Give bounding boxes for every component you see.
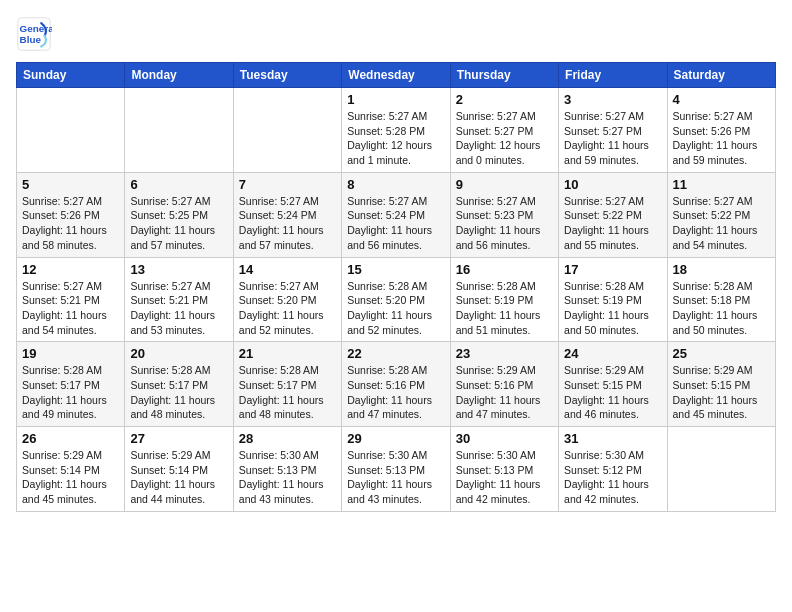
calendar-cell: 8Sunrise: 5:27 AMSunset: 5:24 PMDaylight… xyxy=(342,172,450,257)
day-info: Sunrise: 5:28 AMSunset: 5:17 PMDaylight:… xyxy=(239,363,336,422)
weekday-header-tuesday: Tuesday xyxy=(233,63,341,88)
calendar-cell: 10Sunrise: 5:27 AMSunset: 5:22 PMDayligh… xyxy=(559,172,667,257)
day-number: 27 xyxy=(130,431,227,446)
calendar-cell: 17Sunrise: 5:28 AMSunset: 5:19 PMDayligh… xyxy=(559,257,667,342)
day-info: Sunrise: 5:27 AMSunset: 5:21 PMDaylight:… xyxy=(130,279,227,338)
week-row-1: 1Sunrise: 5:27 AMSunset: 5:28 PMDaylight… xyxy=(17,88,776,173)
day-info: Sunrise: 5:27 AMSunset: 5:27 PMDaylight:… xyxy=(456,109,553,168)
logo-icon: General Blue xyxy=(16,16,52,52)
day-number: 30 xyxy=(456,431,553,446)
weekday-header-row: SundayMondayTuesdayWednesdayThursdayFrid… xyxy=(17,63,776,88)
day-info: Sunrise: 5:30 AMSunset: 5:13 PMDaylight:… xyxy=(239,448,336,507)
calendar-cell: 29Sunrise: 5:30 AMSunset: 5:13 PMDayligh… xyxy=(342,427,450,512)
calendar-cell: 30Sunrise: 5:30 AMSunset: 5:13 PMDayligh… xyxy=(450,427,558,512)
day-info: Sunrise: 5:29 AMSunset: 5:14 PMDaylight:… xyxy=(130,448,227,507)
calendar-cell: 16Sunrise: 5:28 AMSunset: 5:19 PMDayligh… xyxy=(450,257,558,342)
day-info: Sunrise: 5:27 AMSunset: 5:24 PMDaylight:… xyxy=(347,194,444,253)
calendar-cell: 28Sunrise: 5:30 AMSunset: 5:13 PMDayligh… xyxy=(233,427,341,512)
day-info: Sunrise: 5:27 AMSunset: 5:25 PMDaylight:… xyxy=(130,194,227,253)
day-info: Sunrise: 5:27 AMSunset: 5:24 PMDaylight:… xyxy=(239,194,336,253)
day-number: 14 xyxy=(239,262,336,277)
day-number: 3 xyxy=(564,92,661,107)
calendar-cell: 20Sunrise: 5:28 AMSunset: 5:17 PMDayligh… xyxy=(125,342,233,427)
day-info: Sunrise: 5:29 AMSunset: 5:15 PMDaylight:… xyxy=(673,363,770,422)
day-info: Sunrise: 5:27 AMSunset: 5:22 PMDaylight:… xyxy=(564,194,661,253)
weekday-header-friday: Friday xyxy=(559,63,667,88)
week-row-4: 19Sunrise: 5:28 AMSunset: 5:17 PMDayligh… xyxy=(17,342,776,427)
day-info: Sunrise: 5:27 AMSunset: 5:26 PMDaylight:… xyxy=(22,194,119,253)
day-info: Sunrise: 5:27 AMSunset: 5:23 PMDaylight:… xyxy=(456,194,553,253)
calendar-cell: 3Sunrise: 5:27 AMSunset: 5:27 PMDaylight… xyxy=(559,88,667,173)
page-header: General Blue xyxy=(16,16,776,52)
weekday-header-saturday: Saturday xyxy=(667,63,775,88)
day-info: Sunrise: 5:29 AMSunset: 5:15 PMDaylight:… xyxy=(564,363,661,422)
calendar-cell: 26Sunrise: 5:29 AMSunset: 5:14 PMDayligh… xyxy=(17,427,125,512)
calendar-cell: 25Sunrise: 5:29 AMSunset: 5:15 PMDayligh… xyxy=(667,342,775,427)
day-number: 23 xyxy=(456,346,553,361)
day-info: Sunrise: 5:29 AMSunset: 5:16 PMDaylight:… xyxy=(456,363,553,422)
day-number: 20 xyxy=(130,346,227,361)
day-info: Sunrise: 5:28 AMSunset: 5:17 PMDaylight:… xyxy=(22,363,119,422)
day-info: Sunrise: 5:28 AMSunset: 5:18 PMDaylight:… xyxy=(673,279,770,338)
calendar-cell: 19Sunrise: 5:28 AMSunset: 5:17 PMDayligh… xyxy=(17,342,125,427)
day-info: Sunrise: 5:30 AMSunset: 5:13 PMDaylight:… xyxy=(456,448,553,507)
calendar-cell: 18Sunrise: 5:28 AMSunset: 5:18 PMDayligh… xyxy=(667,257,775,342)
calendar-cell: 23Sunrise: 5:29 AMSunset: 5:16 PMDayligh… xyxy=(450,342,558,427)
weekday-header-monday: Monday xyxy=(125,63,233,88)
calendar-cell: 14Sunrise: 5:27 AMSunset: 5:20 PMDayligh… xyxy=(233,257,341,342)
day-info: Sunrise: 5:27 AMSunset: 5:27 PMDaylight:… xyxy=(564,109,661,168)
day-info: Sunrise: 5:28 AMSunset: 5:16 PMDaylight:… xyxy=(347,363,444,422)
calendar-cell: 22Sunrise: 5:28 AMSunset: 5:16 PMDayligh… xyxy=(342,342,450,427)
week-row-3: 12Sunrise: 5:27 AMSunset: 5:21 PMDayligh… xyxy=(17,257,776,342)
weekday-header-sunday: Sunday xyxy=(17,63,125,88)
day-number: 2 xyxy=(456,92,553,107)
calendar-table: SundayMondayTuesdayWednesdayThursdayFrid… xyxy=(16,62,776,512)
day-number: 9 xyxy=(456,177,553,192)
day-info: Sunrise: 5:27 AMSunset: 5:28 PMDaylight:… xyxy=(347,109,444,168)
day-number: 28 xyxy=(239,431,336,446)
day-number: 7 xyxy=(239,177,336,192)
weekday-header-thursday: Thursday xyxy=(450,63,558,88)
calendar-cell: 21Sunrise: 5:28 AMSunset: 5:17 PMDayligh… xyxy=(233,342,341,427)
weekday-header-wednesday: Wednesday xyxy=(342,63,450,88)
day-number: 13 xyxy=(130,262,227,277)
day-number: 31 xyxy=(564,431,661,446)
calendar-cell: 6Sunrise: 5:27 AMSunset: 5:25 PMDaylight… xyxy=(125,172,233,257)
week-row-2: 5Sunrise: 5:27 AMSunset: 5:26 PMDaylight… xyxy=(17,172,776,257)
day-info: Sunrise: 5:27 AMSunset: 5:26 PMDaylight:… xyxy=(673,109,770,168)
day-number: 11 xyxy=(673,177,770,192)
calendar-cell: 5Sunrise: 5:27 AMSunset: 5:26 PMDaylight… xyxy=(17,172,125,257)
day-number: 5 xyxy=(22,177,119,192)
day-number: 15 xyxy=(347,262,444,277)
calendar-cell: 15Sunrise: 5:28 AMSunset: 5:20 PMDayligh… xyxy=(342,257,450,342)
logo: General Blue xyxy=(16,16,56,52)
calendar-cell: 13Sunrise: 5:27 AMSunset: 5:21 PMDayligh… xyxy=(125,257,233,342)
calendar-cell: 11Sunrise: 5:27 AMSunset: 5:22 PMDayligh… xyxy=(667,172,775,257)
day-number: 1 xyxy=(347,92,444,107)
calendar-cell: 1Sunrise: 5:27 AMSunset: 5:28 PMDaylight… xyxy=(342,88,450,173)
day-number: 25 xyxy=(673,346,770,361)
day-info: Sunrise: 5:27 AMSunset: 5:20 PMDaylight:… xyxy=(239,279,336,338)
day-info: Sunrise: 5:28 AMSunset: 5:19 PMDaylight:… xyxy=(456,279,553,338)
day-number: 29 xyxy=(347,431,444,446)
calendar-cell xyxy=(17,88,125,173)
day-info: Sunrise: 5:30 AMSunset: 5:12 PMDaylight:… xyxy=(564,448,661,507)
day-info: Sunrise: 5:29 AMSunset: 5:14 PMDaylight:… xyxy=(22,448,119,507)
calendar-cell: 4Sunrise: 5:27 AMSunset: 5:26 PMDaylight… xyxy=(667,88,775,173)
day-number: 10 xyxy=(564,177,661,192)
day-info: Sunrise: 5:27 AMSunset: 5:21 PMDaylight:… xyxy=(22,279,119,338)
day-info: Sunrise: 5:30 AMSunset: 5:13 PMDaylight:… xyxy=(347,448,444,507)
day-number: 19 xyxy=(22,346,119,361)
day-info: Sunrise: 5:28 AMSunset: 5:19 PMDaylight:… xyxy=(564,279,661,338)
calendar-cell: 2Sunrise: 5:27 AMSunset: 5:27 PMDaylight… xyxy=(450,88,558,173)
day-info: Sunrise: 5:28 AMSunset: 5:17 PMDaylight:… xyxy=(130,363,227,422)
calendar-cell: 7Sunrise: 5:27 AMSunset: 5:24 PMDaylight… xyxy=(233,172,341,257)
day-number: 4 xyxy=(673,92,770,107)
day-number: 21 xyxy=(239,346,336,361)
calendar-cell xyxy=(667,427,775,512)
day-number: 17 xyxy=(564,262,661,277)
day-info: Sunrise: 5:27 AMSunset: 5:22 PMDaylight:… xyxy=(673,194,770,253)
day-number: 24 xyxy=(564,346,661,361)
day-number: 22 xyxy=(347,346,444,361)
week-row-5: 26Sunrise: 5:29 AMSunset: 5:14 PMDayligh… xyxy=(17,427,776,512)
